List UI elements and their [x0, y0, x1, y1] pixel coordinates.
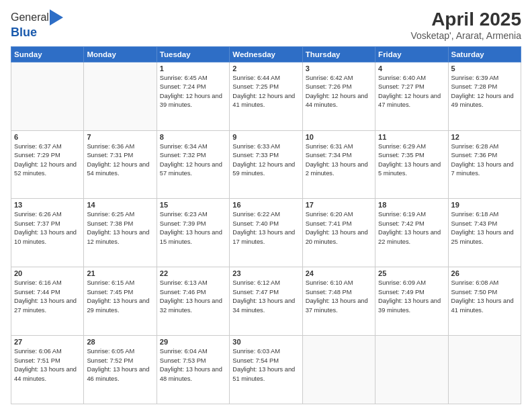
table-row: 4Sunrise: 6:40 AMSunset: 7:27 PMDaylight…: [375, 62, 448, 130]
day-number: 6: [14, 133, 81, 141]
day-info: Sunrise: 6:37 AMSunset: 7:29 PMDaylight:…: [14, 142, 81, 179]
table-row: 26Sunrise: 6:08 AMSunset: 7:50 PMDayligh…: [448, 267, 521, 336]
table-row: 14Sunrise: 6:25 AMSunset: 7:38 PMDayligh…: [84, 199, 157, 267]
day-number: 21: [87, 269, 153, 277]
table-row: 1Sunrise: 6:45 AMSunset: 7:24 PMDaylight…: [157, 62, 229, 130]
table-row: [448, 336, 521, 404]
day-number: 10: [306, 133, 372, 141]
day-info: Sunrise: 6:39 AMSunset: 7:28 PMDaylight:…: [451, 74, 518, 110]
day-number: 13: [14, 201, 81, 209]
table-row: 18Sunrise: 6:19 AMSunset: 7:42 PMDayligh…: [375, 199, 448, 267]
day-number: 20: [14, 269, 81, 277]
table-row: 2Sunrise: 6:44 AMSunset: 7:25 PMDaylight…: [230, 62, 302, 130]
day-number: 19: [451, 201, 518, 209]
day-number: 26: [451, 269, 518, 277]
table-row: 20Sunrise: 6:16 AMSunset: 7:44 PMDayligh…: [11, 267, 84, 336]
day-info: Sunrise: 6:13 AMSunset: 7:46 PMDaylight:…: [160, 279, 226, 315]
day-info: Sunrise: 6:04 AMSunset: 7:53 PMDaylight:…: [160, 347, 226, 383]
day-number: 27: [14, 338, 81, 346]
calendar-week-row: 1Sunrise: 6:45 AMSunset: 7:24 PMDaylight…: [11, 62, 521, 130]
table-row: 29Sunrise: 6:04 AMSunset: 7:53 PMDayligh…: [157, 336, 229, 404]
day-info: Sunrise: 6:09 AMSunset: 7:49 PMDaylight:…: [378, 279, 445, 315]
table-row: 15Sunrise: 6:23 AMSunset: 7:39 PMDayligh…: [157, 199, 229, 267]
day-info: Sunrise: 6:08 AMSunset: 7:50 PMDaylight:…: [451, 279, 518, 315]
day-info: Sunrise: 6:28 AMSunset: 7:36 PMDaylight:…: [451, 142, 518, 179]
table-row: 7Sunrise: 6:36 AMSunset: 7:31 PMDaylight…: [84, 130, 157, 199]
table-row: 24Sunrise: 6:10 AMSunset: 7:48 PMDayligh…: [302, 267, 375, 336]
table-row: 27Sunrise: 6:06 AMSunset: 7:51 PMDayligh…: [11, 336, 84, 404]
day-number: 5: [451, 64, 518, 73]
table-row: 10Sunrise: 6:31 AMSunset: 7:34 PMDayligh…: [302, 130, 375, 199]
day-info: Sunrise: 6:34 AMSunset: 7:32 PMDaylight:…: [160, 142, 226, 179]
title-block: April 2025 Vosketap', Ararat, Armenia: [410, 9, 521, 41]
day-info: Sunrise: 6:10 AMSunset: 7:48 PMDaylight:…: [306, 279, 372, 315]
table-row: [375, 336, 448, 404]
day-number: 30: [232, 338, 299, 346]
day-info: Sunrise: 6:33 AMSunset: 7:33 PMDaylight:…: [232, 142, 299, 179]
day-number: 29: [160, 338, 226, 346]
table-row: 28Sunrise: 6:05 AMSunset: 7:52 PMDayligh…: [84, 336, 157, 404]
day-info: Sunrise: 6:05 AMSunset: 7:52 PMDaylight:…: [87, 347, 153, 383]
day-info: Sunrise: 6:03 AMSunset: 7:54 PMDaylight:…: [232, 347, 299, 383]
table-row: [84, 62, 157, 130]
day-number: 17: [306, 201, 372, 209]
day-info: Sunrise: 6:23 AMSunset: 7:39 PMDaylight:…: [160, 210, 226, 246]
table-row: 3Sunrise: 6:42 AMSunset: 7:26 PMDaylight…: [302, 62, 375, 130]
day-info: Sunrise: 6:25 AMSunset: 7:38 PMDaylight:…: [87, 210, 153, 246]
day-info: Sunrise: 6:12 AMSunset: 7:47 PMDaylight:…: [232, 279, 299, 315]
col-thursday: Thursday: [302, 46, 375, 62]
header: General Blue April 2025 Vosketap', Arara…: [11, 9, 521, 41]
calendar-week-row: 27Sunrise: 6:06 AMSunset: 7:51 PMDayligh…: [11, 336, 521, 404]
day-info: Sunrise: 6:31 AMSunset: 7:34 PMDaylight:…: [306, 142, 372, 179]
day-number: 24: [306, 269, 372, 277]
table-row: 23Sunrise: 6:12 AMSunset: 7:47 PMDayligh…: [230, 267, 302, 336]
calendar-header-row: Sunday Monday Tuesday Wednesday Thursday…: [11, 46, 521, 62]
calendar-week-row: 6Sunrise: 6:37 AMSunset: 7:29 PMDaylight…: [11, 130, 521, 199]
day-info: Sunrise: 6:40 AMSunset: 7:27 PMDaylight:…: [378, 74, 445, 110]
col-sunday: Sunday: [11, 46, 84, 62]
day-number: 4: [378, 64, 445, 73]
table-row: 12Sunrise: 6:28 AMSunset: 7:36 PMDayligh…: [448, 130, 521, 199]
day-info: Sunrise: 6:18 AMSunset: 7:43 PMDaylight:…: [451, 210, 518, 246]
table-row: 8Sunrise: 6:34 AMSunset: 7:32 PMDaylight…: [157, 130, 229, 199]
day-number: 28: [87, 338, 153, 346]
table-row: 5Sunrise: 6:39 AMSunset: 7:28 PMDaylight…: [448, 62, 521, 130]
calendar-week-row: 13Sunrise: 6:26 AMSunset: 7:37 PMDayligh…: [11, 199, 521, 267]
day-info: Sunrise: 6:16 AMSunset: 7:44 PMDaylight:…: [14, 279, 81, 315]
calendar-table: Sunday Monday Tuesday Wednesday Thursday…: [11, 46, 521, 404]
day-number: 3: [306, 64, 372, 73]
table-row: [302, 336, 375, 404]
day-info: Sunrise: 6:15 AMSunset: 7:45 PMDaylight:…: [87, 279, 153, 315]
month-title: April 2025: [410, 9, 521, 30]
day-info: Sunrise: 6:20 AMSunset: 7:41 PMDaylight:…: [306, 210, 372, 246]
day-info: Sunrise: 6:06 AMSunset: 7:51 PMDaylight:…: [14, 347, 81, 383]
col-monday: Monday: [84, 46, 157, 62]
day-number: 16: [232, 201, 299, 209]
table-row: 25Sunrise: 6:09 AMSunset: 7:49 PMDayligh…: [375, 267, 448, 336]
day-info: Sunrise: 6:26 AMSunset: 7:37 PMDaylight:…: [14, 210, 81, 246]
table-row: 9Sunrise: 6:33 AMSunset: 7:33 PMDaylight…: [230, 130, 302, 199]
day-info: Sunrise: 6:22 AMSunset: 7:40 PMDaylight:…: [232, 210, 299, 246]
col-friday: Friday: [375, 46, 448, 62]
day-number: 23: [232, 269, 299, 277]
table-row: 11Sunrise: 6:29 AMSunset: 7:35 PMDayligh…: [375, 130, 448, 199]
logo-triangle-icon: [50, 9, 63, 26]
logo-blue-text: Blue: [11, 26, 37, 40]
table-row: 22Sunrise: 6:13 AMSunset: 7:46 PMDayligh…: [157, 267, 229, 336]
day-number: 2: [232, 64, 299, 73]
day-number: 9: [232, 133, 299, 141]
day-info: Sunrise: 6:42 AMSunset: 7:26 PMDaylight:…: [306, 74, 372, 110]
table-row: 13Sunrise: 6:26 AMSunset: 7:37 PMDayligh…: [11, 199, 84, 267]
day-number: 25: [378, 269, 445, 277]
page: General Blue April 2025 Vosketap', Arara…: [0, 0, 532, 411]
day-number: 8: [160, 133, 226, 141]
table-row: 16Sunrise: 6:22 AMSunset: 7:40 PMDayligh…: [230, 199, 302, 267]
table-row: 21Sunrise: 6:15 AMSunset: 7:45 PMDayligh…: [84, 267, 157, 336]
day-number: 11: [378, 133, 445, 141]
calendar-week-row: 20Sunrise: 6:16 AMSunset: 7:44 PMDayligh…: [11, 267, 521, 336]
day-info: Sunrise: 6:29 AMSunset: 7:35 PMDaylight:…: [378, 142, 445, 179]
day-info: Sunrise: 6:44 AMSunset: 7:25 PMDaylight:…: [232, 74, 299, 110]
day-number: 22: [160, 269, 226, 277]
table-row: [11, 62, 84, 130]
col-tuesday: Tuesday: [157, 46, 229, 62]
